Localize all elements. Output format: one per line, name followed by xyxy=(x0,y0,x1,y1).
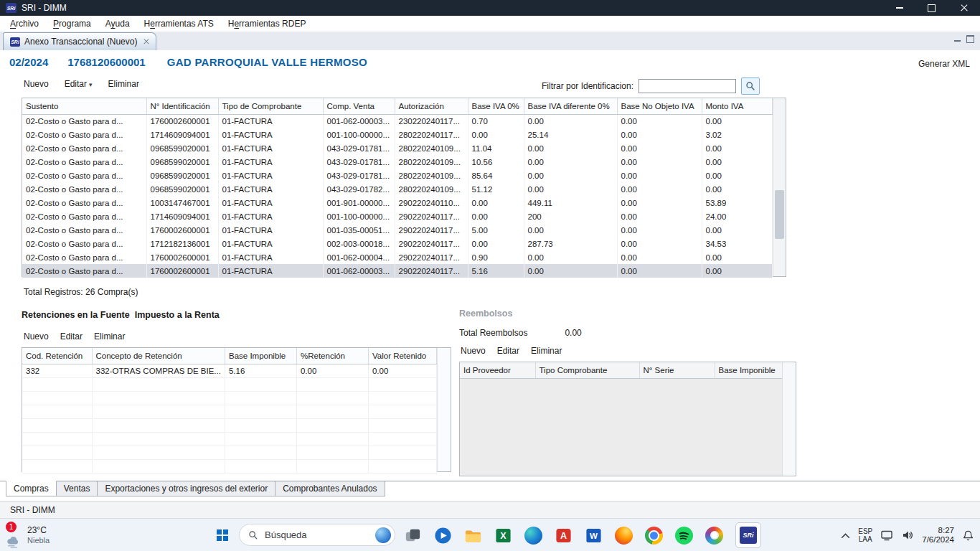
movies-tv-icon[interactable] xyxy=(434,527,452,545)
retenciones-nuevo-button[interactable]: Nuevo xyxy=(24,331,49,342)
taskbar-search[interactable]: Búsqueda xyxy=(239,524,395,546)
clock[interactable]: 8:277/6/2024 xyxy=(922,526,954,545)
empty-row[interactable] xyxy=(22,446,436,459)
retenciones-eliminar-button[interactable]: Eliminar xyxy=(94,331,125,342)
column-header-autorizaci-n[interactable]: Autorización xyxy=(395,98,468,114)
spotify-icon[interactable] xyxy=(675,527,693,545)
empty-row[interactable] xyxy=(22,459,436,473)
scrollbar-thumb[interactable] xyxy=(775,190,784,239)
table-row[interactable]: 02-Costo o Gasto para d...17146090940010… xyxy=(22,128,772,141)
color-ball-icon[interactable] xyxy=(705,527,723,545)
bottom-tab-exportaciones-y-otros-ingresos-del-exterior[interactable]: Exportaciones y otros ingresos del exter… xyxy=(97,481,275,496)
status-bar: SRI - DIMM xyxy=(0,501,980,519)
menu-item-archivo[interactable]: Archivo xyxy=(3,19,46,29)
generar-xml-button[interactable]: Generar XML xyxy=(918,59,970,69)
reembolsos-table-scrollbar[interactable] xyxy=(782,362,796,476)
compras-table-scrollbar[interactable] xyxy=(773,98,786,276)
menu-item-ayuda[interactable]: Ayuda xyxy=(98,19,137,29)
column-header-base-no-objeto-iva[interactable]: Base No Objeto IVA xyxy=(617,98,702,114)
volume-icon[interactable] xyxy=(901,529,914,542)
maximize-button[interactable] xyxy=(915,0,948,16)
network-icon[interactable] xyxy=(880,529,893,542)
table-row[interactable]: 02-Costo o Gasto para d...09685990200010… xyxy=(22,182,772,196)
column-header-sustento[interactable]: Sustento xyxy=(22,98,146,114)
column-header-id-proveedor[interactable]: Id Proveedor xyxy=(460,362,535,378)
cell: 0.00 xyxy=(702,264,772,278)
column-header-retenci-n[interactable]: %Retención xyxy=(296,348,368,364)
menu-item-herramientas-ats[interactable]: Herramientas ATS xyxy=(137,19,221,29)
bottom-tab-ventas[interactable]: Ventas xyxy=(56,481,98,496)
filter-input[interactable] xyxy=(639,79,736,93)
cell: 01-FACTURA xyxy=(218,141,323,155)
adobe-reader-icon[interactable]: A xyxy=(555,527,573,545)
empty-row[interactable] xyxy=(22,432,436,446)
view-maximize-icon[interactable] xyxy=(966,35,974,43)
search-highlight-icon[interactable] xyxy=(375,527,391,543)
filter-search-button[interactable] xyxy=(741,77,760,95)
table-row[interactable]: 02-Costo o Gasto para d...09685990200010… xyxy=(22,169,772,182)
column-header-base-iva-0[interactable]: Base IVA 0% xyxy=(468,98,524,114)
empty-row[interactable] xyxy=(22,405,436,418)
tab-close-icon[interactable] xyxy=(143,39,149,45)
table-row[interactable]: 02-Costo o Gasto para d...17146090940010… xyxy=(22,209,772,223)
column-header-tipo-de-comprobante[interactable]: Tipo de Comprobante xyxy=(218,98,323,114)
search-icon xyxy=(248,530,258,540)
weather-widget[interactable]: 1 23°C Niebla xyxy=(4,520,50,550)
view-tab-anexo-transaccional[interactable]: SRi Anexo Transaccional (Nuevo) xyxy=(3,32,156,50)
column-header-base-imponible[interactable]: Base Imponible xyxy=(225,348,296,364)
minimize-button[interactable] xyxy=(883,0,915,16)
column-header-base-iva-diferente-0[interactable]: Base IVA diferente 0% xyxy=(524,98,617,114)
column-header-comp-venta[interactable]: Comp. Venta xyxy=(323,98,395,114)
firefox-icon[interactable] xyxy=(615,527,633,545)
eliminar-button[interactable]: Eliminar xyxy=(108,79,139,89)
word-icon[interactable]: W xyxy=(585,527,603,545)
file-explorer-icon[interactable] xyxy=(464,527,482,545)
table-row[interactable]: 02-Costo o Gasto para d...09685990200010… xyxy=(22,141,772,155)
editar-button[interactable]: Editar▾ xyxy=(65,79,93,89)
column-header-n-serie[interactable]: N° Serie xyxy=(639,362,715,378)
chrome-icon[interactable] xyxy=(645,527,663,545)
excel-icon[interactable]: X xyxy=(494,527,512,545)
table-row[interactable]: 02-Costo o Gasto para d...17600026000010… xyxy=(22,250,772,264)
close-button[interactable] xyxy=(948,0,980,16)
empty-row[interactable] xyxy=(22,418,436,432)
view-minimize-icon[interactable] xyxy=(954,36,961,42)
hidden-icons-chevron[interactable] xyxy=(841,532,850,539)
table-row[interactable]: 02-Costo o Gasto para d...10031474670010… xyxy=(22,196,772,209)
menu-item-programa[interactable]: Programa xyxy=(46,19,98,29)
reembolsos-eliminar-button[interactable]: Eliminar xyxy=(531,346,562,356)
column-header-cod-retenci-n[interactable]: Cod. Retención xyxy=(22,348,92,364)
table-row[interactable]: 332332-OTRAS COMPRAS DE BIE...5.160.000.… xyxy=(22,364,436,377)
cell: 290220240117... xyxy=(395,237,468,250)
nuevo-button[interactable]: Nuevo xyxy=(24,79,49,89)
empty-row[interactable] xyxy=(22,391,436,405)
bottom-tab-compras[interactable]: Compras xyxy=(6,481,57,496)
table-row[interactable]: 02-Costo o Gasto para d...17600026000010… xyxy=(22,264,772,278)
column-header-n-identificaci-n[interactable]: N° Identificación xyxy=(146,98,218,114)
bottom-tab-comprobantes-anulados[interactable]: Comprobantes Anulados xyxy=(275,481,385,496)
menu-item-herramientas-rdep[interactable]: Herramientas RDEP xyxy=(221,19,314,29)
reembolsos-nuevo-button[interactable]: Nuevo xyxy=(461,346,486,356)
start-button[interactable] xyxy=(211,524,234,547)
cell: 001-901-00000... xyxy=(323,196,395,209)
table-row[interactable]: 02-Costo o Gasto para d...17600026000010… xyxy=(22,223,772,237)
cell: 10.56 xyxy=(468,155,524,169)
window-controls xyxy=(883,0,980,16)
notification-bell-icon[interactable] xyxy=(962,529,974,542)
sri-icon[interactable]: SRi xyxy=(735,522,761,548)
language-indicator[interactable]: ESPLAA xyxy=(858,527,872,543)
column-header-base-imponible[interactable]: Base Imponible xyxy=(715,362,783,378)
empty-row[interactable] xyxy=(22,377,436,391)
reembolsos-editar-button[interactable]: Editar xyxy=(497,346,519,356)
task-view-icon[interactable] xyxy=(404,527,422,545)
retenciones-table-scrollbar[interactable] xyxy=(437,348,451,471)
column-header-valor-retenido[interactable]: Valor Retenido xyxy=(368,348,436,364)
column-header-concepto-de-retenci-n[interactable]: Concepto de Retención xyxy=(92,348,225,364)
column-header-tipo-comprobante[interactable]: Tipo Comprobante xyxy=(535,362,639,378)
retenciones-editar-button[interactable]: Editar xyxy=(60,331,83,342)
edge-icon[interactable] xyxy=(524,527,542,545)
table-row[interactable]: 02-Costo o Gasto para d...09685990200010… xyxy=(22,155,772,169)
table-row[interactable]: 02-Costo o Gasto para d...17121821360010… xyxy=(22,237,772,250)
table-row[interactable]: 02-Costo o Gasto para d...17600026000010… xyxy=(22,114,772,128)
column-header-monto-iva[interactable]: Monto IVA xyxy=(702,98,772,114)
